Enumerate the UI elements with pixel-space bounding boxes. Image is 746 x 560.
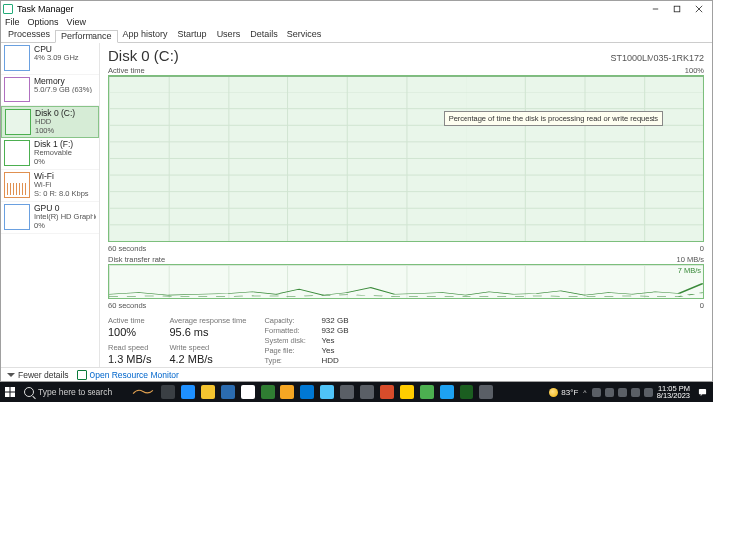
task-manager-window: Task Manager File Options View Processes… bbox=[0, 0, 713, 382]
taskbar-app-icon[interactable] bbox=[181, 385, 195, 399]
search-highlight-icon[interactable] bbox=[129, 382, 157, 402]
svg-rect-5 bbox=[5, 387, 10, 392]
tab-performance[interactable]: Performance bbox=[55, 30, 118, 43]
taskbar-app-icon[interactable] bbox=[400, 385, 414, 399]
svg-rect-6 bbox=[11, 387, 16, 392]
tray-volume-icon[interactable] bbox=[631, 388, 640, 397]
tab-startup[interactable]: Startup bbox=[173, 29, 212, 42]
sidebar-item-cpu[interactable]: CPU 4% 3.09 GHz bbox=[1, 43, 99, 75]
stat-key: System disk: bbox=[264, 336, 321, 345]
chart-xfer-xleft: 60 seconds bbox=[108, 301, 146, 310]
stat-val: Yes bbox=[321, 336, 334, 345]
tray-chevron-icon[interactable]: ^ bbox=[583, 389, 586, 396]
svg-rect-1 bbox=[674, 6, 680, 12]
gpu-thumb-icon bbox=[4, 204, 30, 230]
close-button[interactable] bbox=[688, 2, 710, 16]
system-tray[interactable]: 83°F ^ 11:05 PM 8/13/2023 bbox=[549, 385, 713, 400]
taskbar-app-icon[interactable] bbox=[340, 385, 354, 399]
tab-services[interactable]: Services bbox=[282, 29, 327, 42]
svg-rect-9 bbox=[698, 388, 705, 393]
open-resource-monitor-link[interactable]: Open Resource Monitor bbox=[77, 370, 179, 380]
stat-val: HDD bbox=[321, 356, 338, 365]
stat-val: 932 GB bbox=[321, 326, 348, 335]
fewer-details-button[interactable]: Fewer details bbox=[7, 370, 69, 380]
perf-sidebar: CPU 4% 3.09 GHz Memory 5.0/7.9 GB (63%) … bbox=[1, 43, 100, 367]
taskbar-search[interactable]: Type here to search bbox=[20, 382, 129, 402]
stat-val: 932 GB bbox=[321, 316, 348, 325]
taskbar-app-icons bbox=[161, 385, 493, 399]
sidebar-item-memory[interactable]: Memory 5.0/7.9 GB (63%) bbox=[1, 75, 99, 106]
sidebar-item-disk0[interactable]: Disk 0 (C:) HDD 100% bbox=[1, 106, 99, 138]
disk-thumb-icon bbox=[5, 109, 31, 135]
notifications-button[interactable] bbox=[695, 385, 709, 399]
stat-key: Formatted: bbox=[264, 326, 321, 335]
taskbar-app-icon[interactable] bbox=[440, 385, 454, 399]
taskbar-app-icon[interactable] bbox=[221, 385, 235, 399]
tray-network-icon[interactable] bbox=[618, 388, 627, 397]
clock-date: 8/13/2023 bbox=[657, 392, 690, 400]
wifi-thumb-icon bbox=[4, 172, 30, 198]
app-icon bbox=[3, 4, 13, 14]
svg-rect-8 bbox=[11, 393, 16, 398]
weather-widget[interactable]: 83°F bbox=[549, 388, 578, 397]
taskbar-app-icon[interactable] bbox=[201, 385, 215, 399]
svg-rect-4 bbox=[109, 76, 703, 241]
windows-taskbar[interactable]: Type here to search 83°F ^ 11:05 PM 8/13… bbox=[0, 382, 713, 402]
taskbar-app-icon[interactable] bbox=[380, 385, 394, 399]
taskbar-app-icon[interactable] bbox=[280, 385, 294, 399]
minimize-button[interactable] bbox=[645, 2, 666, 16]
sidebar-item-wifi[interactable]: Wi-Fi Wi-Fi S: 0 R: 8.0 Kbps bbox=[1, 170, 99, 202]
tab-users[interactable]: Users bbox=[212, 29, 246, 42]
stat-label: Average response time bbox=[169, 316, 246, 325]
stat-label: Write speed bbox=[169, 343, 246, 352]
chart-active-max: 100% bbox=[685, 66, 704, 75]
menu-options[interactable]: Options bbox=[28, 17, 59, 29]
menu-file[interactable]: File bbox=[5, 17, 20, 29]
weather-temp: 83°F bbox=[561, 388, 578, 397]
stat-key: Page file: bbox=[264, 346, 321, 355]
menubar: File Options View bbox=[1, 17, 712, 29]
sidebar-item-gpu[interactable]: GPU 0 Intel(R) HD Graphics… 0% bbox=[1, 202, 99, 234]
chart-xfer-max: 10 MB/s bbox=[676, 255, 704, 264]
perf-main-pane: Disk 0 (C:) ST1000LM035-1RK172 Active ti… bbox=[100, 43, 712, 367]
sidebar-item-disk1[interactable]: Disk 1 (F:) Removable 0% bbox=[1, 138, 99, 170]
chart-active-xleft: 60 seconds bbox=[108, 244, 146, 253]
stat-value: 100% bbox=[108, 326, 151, 338]
window-title: Task Manager bbox=[17, 4, 74, 14]
taskbar-app-icon[interactable] bbox=[300, 385, 314, 399]
tray-onedrive-icon[interactable] bbox=[592, 388, 601, 397]
active-time-chart[interactable]: Percentage of time the disk is processin… bbox=[108, 75, 704, 242]
chart-xfer-xright: 0 bbox=[700, 301, 704, 310]
maximize-button[interactable] bbox=[666, 2, 688, 16]
stat-val: Yes bbox=[321, 346, 334, 355]
clock[interactable]: 11:05 PM 8/13/2023 bbox=[657, 385, 690, 400]
taskbar-app-icon[interactable] bbox=[460, 385, 473, 399]
tab-processes[interactable]: Processes bbox=[3, 29, 55, 42]
svg-rect-7 bbox=[5, 393, 10, 398]
disk-thumb-icon bbox=[4, 140, 30, 166]
taskbar-app-icon[interactable] bbox=[360, 385, 374, 399]
taskbar-app-icon[interactable] bbox=[161, 385, 175, 399]
stats-block: Active time 100% Read speed 1.3 MB/s Ave… bbox=[108, 316, 704, 365]
stat-key: Type: bbox=[264, 356, 321, 365]
taskbar-app-icon[interactable] bbox=[420, 385, 434, 399]
taskbar-app-icon[interactable] bbox=[320, 385, 334, 399]
sun-icon bbox=[549, 388, 558, 397]
titlebar[interactable]: Task Manager bbox=[1, 1, 712, 17]
taskbar-app-icon[interactable] bbox=[261, 385, 275, 399]
taskbar-app-icon[interactable] bbox=[241, 385, 255, 399]
tray-battery-icon[interactable] bbox=[644, 388, 653, 397]
menu-view[interactable]: View bbox=[67, 17, 86, 29]
taskbar-app-icon[interactable] bbox=[479, 385, 493, 399]
cpu-thumb-icon bbox=[4, 45, 30, 71]
transfer-rate-chart[interactable]: 7 MB/s bbox=[108, 264, 704, 299]
tab-details[interactable]: Details bbox=[245, 29, 282, 42]
stat-value: 1.3 MB/s bbox=[108, 353, 151, 365]
tab-app-history[interactable]: App history bbox=[118, 29, 173, 42]
tray-meet-icon[interactable] bbox=[605, 388, 614, 397]
disk-model: ST1000LM035-1RK172 bbox=[610, 53, 704, 63]
chart-active-xright: 0 bbox=[700, 244, 704, 253]
stat-label: Read speed bbox=[108, 343, 151, 352]
stat-value: 95.6 ms bbox=[169, 326, 246, 338]
start-button[interactable] bbox=[0, 382, 20, 402]
